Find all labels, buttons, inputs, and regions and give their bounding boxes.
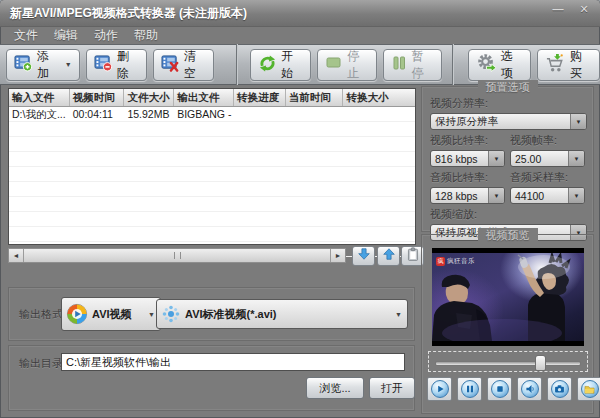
samplerate-dropdown[interactable]: 44100 ▼ [510,187,585,204]
pause-playback-button[interactable] [457,377,482,401]
column-header-converted-size[interactable]: 转换大小 [343,89,415,106]
cell-file-size: 15.92MB [124,107,174,121]
menu-file[interactable]: 文件 [6,27,46,44]
move-up-button[interactable] [377,246,400,266]
clear-button[interactable]: 清空 [153,49,214,81]
column-header-output-file[interactable]: 输出文件 [174,89,234,106]
options-button[interactable]: 选项 [468,49,531,81]
format-category-dropdown[interactable]: AVI视频 ▼ [61,297,161,331]
column-header-progress[interactable]: 转换进度 [234,89,286,106]
folder-icon [581,380,599,398]
toolbar-separator [452,44,454,85]
category-caret-icon: ▼ [148,311,155,318]
cell-progress [234,107,286,121]
empty-row [9,212,415,227]
format-profile-dropdown[interactable]: AVI标准视频(*.avi) ▼ [156,299,408,329]
open-button[interactable]: 打开 [369,377,415,399]
scrollbar-thumb[interactable] [24,249,330,262]
video-resolution-dropdown[interactable]: 保持原分辨率 ▼ [430,113,587,130]
browse-button[interactable]: 浏览... [306,377,364,399]
column-header-video-time[interactable]: 视频时间 [70,89,125,106]
video-bitrate-value: 816 kbps [431,153,488,165]
samplerate-label: 音频采样率: [510,170,585,185]
app-window: 新星AVI/MPEG视频格式转换器 (未注册版本) — ✕ 文件 编辑 动作 帮… [0,0,600,418]
framerate-value: 25.00 [511,153,568,165]
video-bitrate-label: 视频比特率: [430,133,505,148]
scroll-right-icon[interactable]: ► [330,249,345,262]
toolbar: 添加 ▼ 删除 清空 开始 停止 暂停 选项 [0,44,600,85]
open-folder-button[interactable] [577,377,600,401]
mute-button[interactable] [517,377,542,401]
start-button[interactable]: 开始 [250,49,311,81]
format-profile-value: AVI标准视频(*.avi) [181,307,393,322]
move-down-button[interactable] [352,246,375,266]
film-add-icon [14,54,33,75]
empty-row [9,137,415,152]
dropdown-arrow-icon[interactable]: ▼ [488,151,504,166]
preset-options-title: 预置选项 [478,80,538,95]
stop-playback-button[interactable] [487,377,512,401]
watermark-text: 疯狂音乐 [447,257,475,266]
menu-edit[interactable]: 编辑 [46,27,86,44]
buy-button[interactable]: 购买 [537,49,600,81]
video-bitrate-dropdown[interactable]: 816 kbps ▼ [430,150,505,167]
framerate-dropdown[interactable]: 25.00 ▼ [510,150,585,167]
dropdown-arrow-icon[interactable]: ▼ [570,114,586,129]
remove-button-label: 删除 [117,48,139,82]
audio-bitrate-dropdown[interactable]: 128 kbps ▼ [430,187,505,204]
output-directory-input[interactable]: C:\新星视频软件\输出 [61,353,405,371]
start-button-label: 开始 [281,48,303,82]
close-button[interactable]: ✕ [576,3,592,17]
horizontal-scrollbar[interactable]: ◄ ► [8,248,346,263]
seek-slider-track[interactable] [435,361,581,366]
scroll-left-icon[interactable]: ◄ [9,249,24,262]
file-list-table[interactable]: 输入文件 视频时间 文件大小 输出文件 转换进度 当前时间 转换大小 D:\我的… [8,88,416,245]
toolbar-separator [236,44,238,85]
remove-button[interactable]: 删除 [86,49,147,81]
column-header-input-file[interactable]: 输入文件 [9,89,70,106]
playback-controls [427,377,600,401]
pause-button[interactable]: 暂停 [383,49,441,81]
media-player-icon [66,303,88,325]
add-dropdown-caret-icon[interactable]: ▼ [65,61,72,68]
stop-button[interactable]: 停止 [317,49,377,81]
add-button[interactable]: 添加 ▼ [6,49,80,81]
file-list-header: 输入文件 视频时间 文件大小 输出文件 转换进度 当前时间 转换大小 [9,89,415,107]
stop-playback-icon [491,380,509,398]
film-remove-icon [94,54,113,75]
scrollbar-grip [174,252,181,259]
format-category-value: AVI视频 [88,307,146,322]
clipboard-icon [406,247,420,266]
dropdown-arrow-icon[interactable]: ▼ [488,188,504,203]
column-header-file-size[interactable]: 文件大小 [124,89,174,106]
pause-button-label: 暂停 [411,48,433,82]
video-resolution-value: 保持原分辨率 [431,115,570,129]
performers-illustration [432,253,584,341]
output-format-label: 输出格式: [19,307,66,322]
empty-row [9,227,415,242]
table-row[interactable]: D:\我的文... 00:04:11 15.92MB BIGBANG - ... [9,107,415,122]
menu-help[interactable]: 帮助 [126,27,166,44]
arrow-up-icon [382,247,396,265]
buy-cart-icon [545,53,566,76]
video-preview[interactable]: 疯 疯狂音乐 [432,248,584,346]
video-preview-title: 视频预览 [478,228,538,243]
pause-playback-icon [461,380,479,398]
stop-icon [325,55,343,74]
dropdown-arrow-icon[interactable]: ▼ [568,188,584,203]
seek-slider-thumb[interactable] [535,355,546,371]
output-directory-group: 输出目录: C:\新星视频软件\输出 浏览... 打开 [8,345,415,411]
title-bar[interactable]: 新星AVI/MPEG视频格式转换器 (未注册版本) — ✕ [0,0,600,27]
minimize-button[interactable]: — [550,3,566,17]
arrow-down-icon [357,247,371,265]
snapshot-button[interactable] [547,377,572,401]
clear-button-label: 清空 [184,48,206,82]
menu-action[interactable]: 动作 [86,27,126,44]
play-button[interactable] [427,377,452,401]
cell-output-file: BIGBANG - ... [174,107,234,121]
column-header-current-time[interactable]: 当前时间 [286,89,344,106]
output-format-group: 输出格式: AVI视频 ▼ AVI标准视频(*.avi) ▼ [8,287,415,341]
empty-row [9,122,415,137]
dropdown-arrow-icon[interactable]: ▼ [568,151,584,166]
stop-button-label: 停止 [347,48,369,82]
